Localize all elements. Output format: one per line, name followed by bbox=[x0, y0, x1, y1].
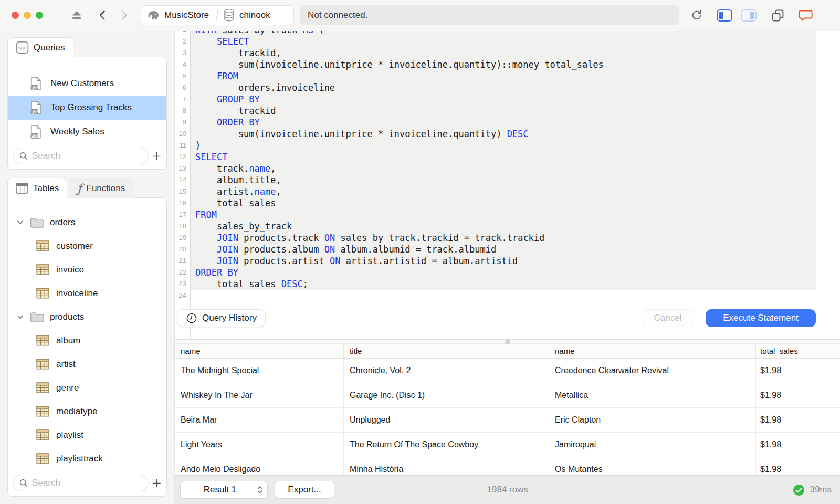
code-line[interactable]: JOIN products.album ON album.albumid = t… bbox=[191, 244, 816, 255]
folder-icon bbox=[30, 217, 44, 228]
column-header[interactable]: name bbox=[175, 344, 344, 358]
schema-table-row[interactable]: invoiceline bbox=[8, 281, 166, 305]
queries-search-input[interactable] bbox=[32, 151, 148, 161]
toggle-left-sidebar-button[interactable] bbox=[716, 9, 733, 22]
code-line[interactable]: track.name, bbox=[191, 163, 816, 174]
code-line[interactable]: JOIN products.artist ON artist.artistid … bbox=[191, 255, 816, 267]
table-row[interactable]: Beira Mar Unplugged Eric Clapton $1.98 bbox=[175, 408, 840, 433]
cell-artist-name[interactable]: Metallica bbox=[549, 383, 756, 407]
cancel-button[interactable]: Cancel bbox=[642, 309, 694, 327]
breadcrumb-connection[interactable]: MusicStore bbox=[146, 9, 209, 22]
code-line[interactable]: artist.name, bbox=[191, 186, 816, 197]
cell-track-name[interactable]: Beira Mar bbox=[175, 408, 344, 432]
cell-track-name[interactable]: Whiskey In The Jar bbox=[175, 383, 344, 407]
cell-artist-name[interactable]: Jamiroquai bbox=[549, 433, 756, 457]
code-line[interactable]: SELECT bbox=[191, 36, 816, 47]
sql-editor[interactable]: 123456789101112131415161718192021222324 … bbox=[175, 31, 840, 339]
pane-splitter[interactable] bbox=[175, 339, 840, 344]
result-selector[interactable]: Result 1 bbox=[180, 481, 268, 499]
schema-search-input[interactable] bbox=[32, 478, 148, 488]
code-line[interactable]: FROM bbox=[191, 70, 816, 82]
schema-table-row[interactable]: artist bbox=[8, 352, 166, 376]
code-line[interactable]: sum(invoiceline.unitprice * invoiceline.… bbox=[191, 59, 816, 70]
table-grid-icon bbox=[36, 240, 49, 251]
cell-album-title[interactable]: Chronicle, Vol. 2 bbox=[344, 359, 549, 383]
query-list-item[interactable]: SQL Weekly Sales bbox=[8, 120, 166, 144]
code-line[interactable]: FROM bbox=[191, 209, 816, 220]
execute-statement-button[interactable]: Execute Statement bbox=[706, 309, 816, 327]
schema-table-row[interactable]: customer bbox=[8, 234, 166, 258]
cell-track-name[interactable]: Light Years bbox=[175, 433, 344, 457]
query-list-item[interactable]: SQL Top Grossing Tracks bbox=[8, 96, 166, 120]
code-line[interactable]: ) bbox=[191, 140, 816, 151]
tab-tables[interactable]: Tables bbox=[7, 178, 67, 198]
code-line[interactable]: JOIN products.track ON sales_by_track.tr… bbox=[191, 232, 816, 244]
code-line[interactable]: orders.invoiceline bbox=[191, 82, 816, 93]
cell-album-title[interactable]: The Return Of The Space Cowboy bbox=[344, 433, 549, 457]
zoom-window-button[interactable] bbox=[36, 12, 43, 19]
schema-table-row[interactable]: playlist bbox=[8, 423, 166, 447]
column-header[interactable]: title bbox=[344, 344, 549, 358]
code-area[interactable]: WITH sales_by_track AS ( SELECT trackid,… bbox=[191, 31, 816, 339]
code-line[interactable]: SELECT bbox=[191, 151, 816, 163]
cell-total-sales[interactable]: $1.98 bbox=[756, 433, 840, 457]
minimize-window-button[interactable] bbox=[24, 12, 31, 19]
cell-album-title[interactable]: Garage Inc. (Disc 1) bbox=[344, 383, 549, 407]
code-line[interactable]: sales_by_track bbox=[191, 220, 816, 232]
export-button[interactable]: Export... bbox=[275, 481, 334, 499]
tab-functions[interactable]: ƒ Functions bbox=[69, 178, 133, 198]
table-row[interactable]: The Midnight Special Chronicle, Vol. 2 C… bbox=[175, 359, 840, 383]
query-history-button[interactable]: Query History bbox=[177, 309, 266, 327]
cell-track-name[interactable]: The Midnight Special bbox=[175, 359, 344, 383]
cell-total-sales[interactable]: $1.98 bbox=[756, 408, 840, 432]
queries-search-field[interactable] bbox=[13, 148, 149, 164]
column-header[interactable]: name bbox=[549, 344, 756, 358]
table-row[interactable]: Whiskey In The Jar Garage Inc. (Disc 1) … bbox=[175, 383, 840, 408]
schema-folder-row[interactable]: products bbox=[8, 305, 166, 329]
schema-folder-row[interactable]: orders bbox=[8, 211, 166, 234]
chevron-down-icon[interactable] bbox=[16, 313, 24, 321]
schema-table-row[interactable]: genre bbox=[8, 376, 166, 400]
code-line[interactable]: GROUP BY bbox=[191, 93, 816, 105]
chevron-down-icon[interactable] bbox=[16, 218, 24, 226]
column-header[interactable]: total_sales bbox=[756, 344, 840, 358]
refresh-icon bbox=[690, 8, 704, 22]
code-line[interactable]: WITH sales_by_track AS ( bbox=[191, 31, 816, 36]
code-line[interactable]: sum(invoiceline.unitprice * invoiceline.… bbox=[191, 128, 816, 140]
schema-table-row[interactable]: mediatype bbox=[8, 400, 166, 423]
toggle-right-sidebar-button[interactable] bbox=[740, 9, 757, 22]
schema-table-row[interactable]: invoice bbox=[8, 258, 166, 281]
close-window-button[interactable] bbox=[12, 12, 19, 19]
cell-total-sales[interactable]: $1.98 bbox=[756, 383, 840, 407]
line-number-gutter: 123456789101112131415161718192021222324 bbox=[175, 31, 191, 339]
cell-artist-name[interactable]: Eric Clapton bbox=[549, 408, 756, 432]
code-line[interactable]: total_sales bbox=[191, 197, 816, 209]
code-line[interactable]: trackid bbox=[191, 105, 816, 117]
code-line[interactable]: ORDER BY bbox=[191, 117, 816, 128]
code-line[interactable]: album.title, bbox=[191, 174, 816, 186]
schema-table-row[interactable]: album bbox=[8, 329, 166, 352]
code-line[interactable]: ORDER BY bbox=[191, 267, 816, 278]
cell-total-sales[interactable]: $1.98 bbox=[756, 359, 840, 383]
tab-queries[interactable]: SQL Queries bbox=[7, 37, 74, 57]
schema-table-row[interactable]: playlisttrack bbox=[8, 447, 166, 470]
add-table-button[interactable] bbox=[152, 476, 162, 490]
code-line[interactable]: total_sales DESC; bbox=[191, 278, 816, 290]
line-number: 9 bbox=[175, 117, 190, 128]
schema-search-field[interactable] bbox=[13, 475, 149, 491]
code-line[interactable] bbox=[191, 290, 816, 301]
breadcrumb-database[interactable]: chinook bbox=[223, 8, 270, 23]
back-button[interactable] bbox=[97, 9, 109, 22]
forward-button[interactable] bbox=[118, 9, 130, 22]
cell-album-title[interactable]: Unplugged bbox=[344, 408, 549, 432]
add-query-button[interactable] bbox=[152, 149, 162, 163]
refresh-button[interactable] bbox=[690, 8, 704, 22]
eject-button[interactable] bbox=[70, 9, 83, 22]
windows-button[interactable] bbox=[771, 8, 785, 23]
feedback-button[interactable] bbox=[798, 8, 813, 23]
cell-artist-name[interactable]: Creedence Clearwater Revival bbox=[549, 359, 756, 383]
code-line[interactable]: trackid, bbox=[191, 47, 816, 59]
table-row[interactable]: Light Years The Return Of The Space Cowb… bbox=[175, 433, 840, 457]
splitter-handle-icon[interactable] bbox=[505, 339, 510, 344]
query-list-item[interactable]: SQL New Customers bbox=[8, 71, 166, 96]
